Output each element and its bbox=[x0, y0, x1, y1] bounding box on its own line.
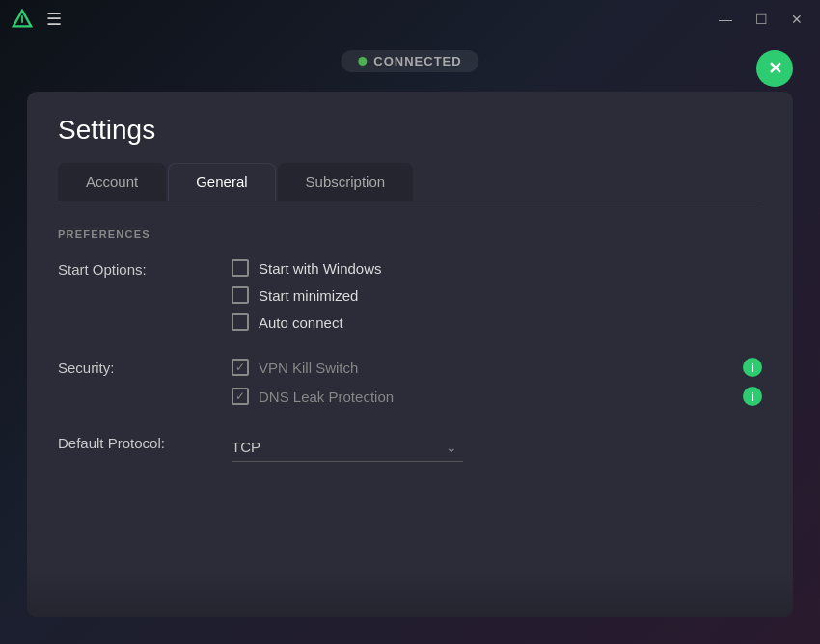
protocol-dropdown[interactable]: TCP UDP ⌄ bbox=[232, 433, 463, 462]
modal-header: Settings Account General Subscription bbox=[27, 92, 793, 201]
hamburger-menu-icon[interactable]: ☰ bbox=[46, 9, 62, 30]
start-options-content: Start with Windows Start minimized Auto … bbox=[232, 259, 762, 331]
title-bar-right: — ☐ ✕ bbox=[713, 10, 808, 29]
maximize-button[interactable]: ☐ bbox=[750, 10, 774, 29]
dns-leak-protection-label: DNS Leak Protection bbox=[259, 389, 394, 405]
start-options-label: Start Options: bbox=[58, 259, 232, 278]
close-button[interactable]: ✕ bbox=[785, 10, 808, 29]
protocol-select[interactable]: TCP UDP bbox=[232, 433, 463, 462]
vpn-kill-switch-info-icon[interactable]: i bbox=[743, 358, 762, 377]
start-options-row: Start Options: Start with Windows Start … bbox=[58, 259, 762, 331]
checkbox-auto-connect-label: Auto connect bbox=[259, 314, 343, 331]
connected-dot bbox=[358, 57, 367, 66]
title-bar: ☰ — ☐ ✕ bbox=[0, 0, 820, 39]
checkbox-start-windows-box[interactable] bbox=[232, 259, 249, 277]
security-label: Security: bbox=[58, 358, 232, 376]
title-bar-left: ☰ bbox=[12, 9, 62, 30]
preferences-section-label: PREFERENCES bbox=[58, 228, 762, 240]
settings-modal: Settings Account General Subscription PR… bbox=[27, 92, 793, 617]
checkbox-start-minimized[interactable]: Start minimized bbox=[232, 286, 762, 304]
dns-leak-protection-item: DNS Leak Protection i bbox=[232, 387, 762, 406]
modal-body: PREFERENCES Start Options: Start with Wi… bbox=[27, 201, 793, 516]
default-protocol-label: Default Protocol: bbox=[58, 433, 232, 451]
modal-bottom-bar bbox=[27, 567, 793, 617]
minimize-button[interactable]: — bbox=[713, 10, 738, 29]
modal-title: Settings bbox=[58, 115, 762, 146]
tabs-container: Account General Subscription bbox=[58, 163, 762, 201]
checkbox-start-minimized-label: Start minimized bbox=[259, 287, 358, 304]
checkbox-start-windows-label: Start with Windows bbox=[259, 260, 382, 277]
tab-general[interactable]: General bbox=[168, 163, 275, 201]
checkbox-vpn-kill-switch-box[interactable] bbox=[232, 359, 249, 376]
app-logo-icon bbox=[12, 9, 33, 30]
connected-badge: CONNECTED bbox=[341, 50, 478, 72]
security-content: VPN Kill Switch i DNS Leak Protection i bbox=[232, 358, 762, 406]
tab-account[interactable]: Account bbox=[58, 163, 166, 201]
vpn-kill-switch-label: VPN Kill Switch bbox=[259, 360, 358, 376]
vpn-kill-switch-item: VPN Kill Switch i bbox=[232, 358, 762, 377]
tab-subscription[interactable]: Subscription bbox=[278, 163, 414, 201]
checkbox-auto-connect-box[interactable] bbox=[232, 313, 249, 331]
close-x-button[interactable]: ✕ bbox=[756, 50, 793, 87]
checkbox-start-minimized-box[interactable] bbox=[232, 286, 249, 304]
default-protocol-content: TCP UDP ⌄ bbox=[232, 433, 762, 462]
checkbox-dns-leak-box[interactable] bbox=[232, 388, 249, 405]
checkbox-start-windows[interactable]: Start with Windows bbox=[232, 259, 762, 277]
default-protocol-row: Default Protocol: TCP UDP ⌄ bbox=[58, 433, 762, 462]
security-row: Security: VPN Kill Switch i DNS Leak Pro… bbox=[58, 358, 762, 406]
checkbox-auto-connect[interactable]: Auto connect bbox=[232, 313, 762, 331]
connected-text: CONNECTED bbox=[373, 54, 461, 68]
dns-leak-protection-info-icon[interactable]: i bbox=[743, 387, 762, 406]
